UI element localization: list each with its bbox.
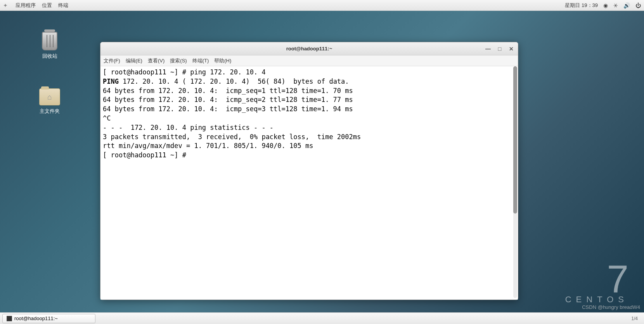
taskbar: root@hadoop111:~ 1/4 [0, 312, 644, 324]
terminal-line: rtt min/avg/max/mdev = 1. 701/1. 805/1. … [103, 142, 313, 150]
window-title-bar[interactable]: root@hadoop111:~ — □ ✕ [100, 42, 518, 55]
workspace-indicator[interactable]: 1/4 [631, 316, 642, 321]
menu-search[interactable]: 搜索(S) [170, 57, 187, 64]
menu-applications[interactable]: 应用程序 [16, 2, 36, 9]
terminal-line: 3 packets transmitted, 3 received, 0% pa… [103, 133, 361, 141]
centos-version: 7 [565, 264, 628, 295]
folder-icon [39, 88, 60, 105]
power-icon[interactable]: ⏻ [635, 2, 641, 9]
menu-file[interactable]: 文件(F) [104, 57, 120, 64]
terminal-line: 172. 20. 10. 4 ( 172. 20. 10. 4) 56( 84)… [119, 78, 349, 85]
taskbar-terminal-item[interactable]: root@hadoop111:~ [2, 314, 95, 323]
terminal-task-icon [7, 316, 12, 321]
minimize-button[interactable]: — [485, 45, 492, 52]
terminal-line: [ root@hadoop111 ~] # [103, 151, 190, 159]
window-title: root@hadoop111:~ [286, 46, 332, 52]
home-folder-label: 主文件夹 [34, 108, 65, 115]
terminal-menu-bar: 文件(F) 编辑(E) 查看(V) 搜索(S) 终端(T) 帮助(H) [100, 55, 518, 66]
terminal-line: 64 bytes from 172. 20. 10. 4: icmp_seq=3… [103, 105, 353, 113]
gnome-logo-icon [3, 2, 9, 9]
top-menu-bar: 应用程序 位置 终端 星期日 19：39 ◉ ⚹ 🔊 ⏻ [0, 0, 644, 11]
maximize-button[interactable]: □ [496, 45, 503, 52]
desktop-area[interactable]: 回收站 主文件夹 root@hadoop111:~ — □ ✕ 文件(F) 编辑… [0, 11, 644, 312]
menu-view[interactable]: 查看(V) [148, 57, 164, 64]
terminal-line: - - - 172. 20. 10. 4 ping statistics - -… [103, 124, 274, 131]
terminal-output-area[interactable]: [ root@hadoop111 ~] # ping 172. 20. 10. … [100, 66, 518, 300]
network-icon[interactable]: ⚹ [613, 2, 618, 9]
terminal-line: [ root@hadoop111 ~] # ping 172. 20. 10. … [103, 68, 266, 76]
close-button[interactable]: ✕ [508, 45, 515, 52]
terminal-window: root@hadoop111:~ — □ ✕ 文件(F) 编辑(E) 查看(V)… [100, 42, 518, 300]
trash-icon [42, 32, 57, 50]
centos-name: CENTOS [565, 295, 628, 305]
centos-brand: 7 CENTOS [565, 264, 628, 305]
menu-edit[interactable]: 编辑(E) [126, 57, 142, 64]
menu-help[interactable]: 帮助(H) [214, 57, 231, 64]
menu-terminal-m[interactable]: 终端(T) [192, 57, 209, 64]
terminal-line: PING [103, 78, 119, 85]
datetime-label[interactable]: 星期日 19：39 [565, 2, 598, 9]
terminal-line: 64 bytes from 172. 20. 10. 4: icmp_seq=2… [103, 96, 353, 103]
scrollbar-thumb[interactable] [513, 66, 517, 214]
menu-terminal[interactable]: 终端 [58, 2, 68, 9]
task-label: root@hadoop111:~ [14, 315, 58, 321]
watermark-text: CSDN @hungry breadW4 [582, 304, 640, 310]
accessibility-icon[interactable]: ◉ [603, 2, 608, 9]
volume-icon[interactable]: 🔊 [623, 2, 630, 9]
home-folder-desktop-icon[interactable]: 主文件夹 [34, 88, 65, 115]
terminal-line: ^C [103, 114, 111, 122]
menu-places[interactable]: 位置 [42, 2, 52, 9]
terminal-line: 64 bytes from 172. 20. 10. 4: icmp_seq=1… [103, 87, 353, 95]
trash-desktop-icon[interactable]: 回收站 [34, 32, 65, 60]
trash-label: 回收站 [34, 53, 65, 60]
